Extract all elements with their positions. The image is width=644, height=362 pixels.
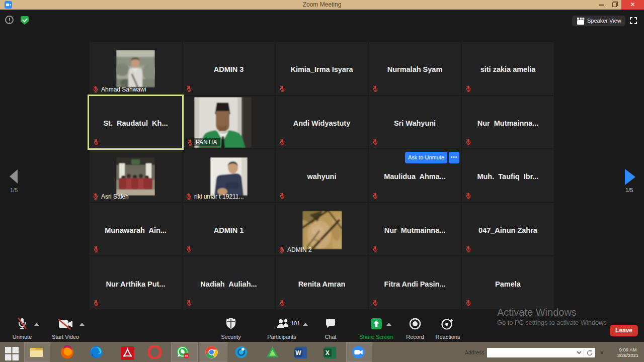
svg-text:X: X bbox=[326, 349, 330, 356]
svg-text:35: 35 bbox=[185, 354, 188, 357]
svg-text:W: W bbox=[295, 349, 301, 356]
